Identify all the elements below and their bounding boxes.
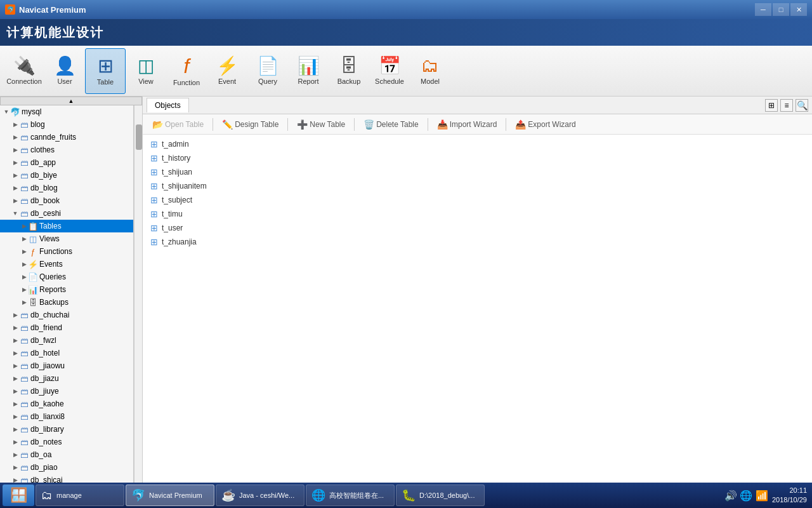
sidebar-item-db_hotel[interactable]: ▶🗃db_hotel xyxy=(0,347,133,359)
table-row[interactable]: ⊞t_timu xyxy=(143,207,812,221)
sidebar-item-db_biye[interactable]: ▶🗃db_biye xyxy=(0,169,133,182)
sidebar-scroll-up[interactable]: ▲ xyxy=(0,97,142,105)
query-icon: 📄 xyxy=(257,57,279,75)
db-icon: 🗃 xyxy=(19,119,29,130)
list-view-btn[interactable]: ≡ xyxy=(780,99,793,112)
toolbar-schedule[interactable]: 📅 Schedule xyxy=(369,48,410,94)
maximize-button[interactable]: □ xyxy=(773,3,789,16)
sidebar-item-db_blog[interactable]: ▶🗃db_blog xyxy=(0,182,133,194)
open-table-button[interactable]: 📂 Open Table xyxy=(147,117,209,132)
sidebar-item-db_jiuye[interactable]: ▶🗃db_jiuye xyxy=(0,385,133,398)
java-icon: ☕ xyxy=(221,488,235,502)
taskbar-navicat[interactable]: 🐬 Navicat Premium xyxy=(126,485,214,506)
design-table-button[interactable]: ✏️ Design Table xyxy=(216,117,284,132)
sidebar-item-db_piao[interactable]: ▶🗃db_piao xyxy=(0,461,133,474)
taskbar-debug[interactable]: 🐛 D:\2018_debug\... xyxy=(396,485,485,506)
table-row[interactable]: ⊞t_subject xyxy=(143,193,812,207)
table-row[interactable]: ⊞t_zhuanjia xyxy=(143,235,812,249)
sidebar-item-db_kaohe[interactable]: ▶🗃db_kaohe xyxy=(0,398,133,410)
table-row[interactable]: ⊞t_shijuan xyxy=(143,165,812,179)
expand-arrow: ▶ xyxy=(20,222,28,230)
debug-icon: 🐛 xyxy=(402,488,416,502)
minimize-button[interactable]: ─ xyxy=(755,3,771,16)
table-row-icon: ⊞ xyxy=(150,153,158,163)
sidebar-item-db_book[interactable]: ▶🗃db_book xyxy=(0,194,133,207)
folder-icon: 📄 xyxy=(28,272,38,282)
expand-arrow: ▶ xyxy=(11,324,19,331)
db-icon: 🗃 xyxy=(19,335,29,345)
sidebar-item-db_oa[interactable]: ▶🗃db_oa xyxy=(0,448,133,461)
toolbar-model[interactable]: 🗂 Model xyxy=(410,48,450,94)
table-row[interactable]: ⊞t_admin xyxy=(143,137,812,151)
toolbar-view[interactable]: ◫ View xyxy=(126,48,166,94)
table-row[interactable]: ⊞t_shijuanitem xyxy=(143,179,812,193)
table-row[interactable]: ⊞t_user xyxy=(143,221,812,235)
taskbar-gaokao[interactable]: 🌐 高校智能组卷在... xyxy=(306,485,395,506)
expand-arrow: ▶ xyxy=(11,451,19,458)
sidebar-item-db_notes[interactable]: ▶🗃db_notes xyxy=(0,436,133,448)
content-area: Objects ⊞ ≡ 🔍 📂 Open Table ✏️ Design Tab… xyxy=(143,97,812,492)
toolbar-query[interactable]: 📄 Query xyxy=(247,48,288,94)
toolbar-report[interactable]: 📊 Report xyxy=(288,48,329,94)
model-label: Model xyxy=(421,77,440,85)
java-label: Java - ceshi/We... xyxy=(239,491,294,499)
export-wizard-button[interactable]: 📤 Export Wizard xyxy=(509,117,581,132)
sidebar-item-db_jiazu[interactable]: ▶🗃db_jiazu xyxy=(0,372,133,385)
toolbar-event[interactable]: ⚡ Event xyxy=(207,48,247,94)
sidebar-item-clothes[interactable]: ▶🗃clothes xyxy=(0,144,133,156)
sidebar-item-db_friend[interactable]: ▶🗃db_friend xyxy=(0,321,133,334)
toolbar-connection[interactable]: 🔌 Connection xyxy=(4,48,44,94)
objects-tab[interactable]: Objects xyxy=(147,98,189,112)
tree-item-label: db_piao xyxy=(30,463,58,472)
start-button[interactable]: 🪟 xyxy=(3,485,34,506)
sidebar-item-cannde_fruits[interactable]: ▶🗃cannde_fruits xyxy=(0,131,133,144)
db-icon: 🗃 xyxy=(19,411,29,422)
grid-view-btn[interactable]: ⊞ xyxy=(765,99,778,112)
sidebar-item-db_library[interactable]: ▶🗃db_library xyxy=(0,423,133,436)
tree-item-label: mysql xyxy=(22,107,41,116)
toolbar-table[interactable]: ⊞ Table xyxy=(85,48,126,94)
main-area: ▲ ▼🐬mysql▶🗃blog▶🗃cannde_fruits▶🗃clothes▶… xyxy=(0,97,812,492)
function-label: Function xyxy=(173,79,200,86)
table-row[interactable]: ⊞t_history xyxy=(143,151,812,165)
taskbar-manage[interactable]: 🗂 manage xyxy=(36,485,124,506)
expand-arrow: ▶ xyxy=(11,375,19,382)
expand-arrow: ▶ xyxy=(20,248,28,255)
sidebar-item-views[interactable]: ▶◫Views xyxy=(0,232,133,245)
sidebar-item-reports[interactable]: ▶📊Reports xyxy=(0,283,133,296)
sidebar-item-backups[interactable]: ▶🗄Backups xyxy=(0,296,133,309)
sidebar-item-db_lianxi8[interactable]: ▶🗃db_lianxi8 xyxy=(0,410,133,423)
toolbar-function[interactable]: f Function xyxy=(166,48,207,94)
sidebar-item-db_fwzl[interactable]: ▶🗃db_fwzl xyxy=(0,334,133,347)
delete-table-button[interactable]: 🗑️ Delete Table xyxy=(358,117,424,132)
expand-arrow: ▶ xyxy=(11,184,19,192)
sidebar-item-tables[interactable]: ▶📋Tables xyxy=(0,220,133,232)
sidebar-item-mysql[interactable]: ▼🐬mysql xyxy=(0,105,133,118)
sidebar-item-blog[interactable]: ▶🗃blog xyxy=(0,118,133,131)
sidebar-item-db_app[interactable]: ▶🗃db_app xyxy=(0,156,133,169)
taskbar-java[interactable]: ☕ Java - ceshi/We... xyxy=(216,485,304,506)
open-table-icon: 📂 xyxy=(152,119,163,130)
sidebar-scrollbar[interactable] xyxy=(134,105,142,483)
table-row-name: t_zhuanjia xyxy=(162,237,197,246)
table-row-name: t_timu xyxy=(162,210,183,218)
backup-icon: 🗄 xyxy=(340,57,358,75)
tree-item-label: Reports xyxy=(39,285,66,294)
sidebar-item-events[interactable]: ▶⚡Events xyxy=(0,258,133,271)
sidebar-item-queries[interactable]: ▶📄Queries xyxy=(0,271,133,283)
expand-arrow: ▶ xyxy=(11,362,19,370)
sidebar-item-db_shicai[interactable]: ▶🗃db_shicai xyxy=(0,474,133,483)
sidebar-item-functions[interactable]: ▶ƒFunctions xyxy=(0,245,133,258)
toolbar-user[interactable]: 👤 User xyxy=(44,48,85,94)
toolbar-backup[interactable]: 🗄 Backup xyxy=(329,48,369,94)
db-icon: 🗃 xyxy=(19,462,29,472)
import-wizard-button[interactable]: 📥 Import Wizard xyxy=(431,117,503,132)
search-btn[interactable]: 🔍 xyxy=(796,99,808,112)
sidebar-item-db_jiaowu[interactable]: ▶🗃db_jiaowu xyxy=(0,359,133,372)
table-row-name: t_shijuanitem xyxy=(162,182,207,190)
close-button[interactable]: ✕ xyxy=(790,3,807,16)
table-row-name: t_shijuan xyxy=(162,168,192,177)
new-table-button[interactable]: ➕ New Table xyxy=(291,117,351,132)
sidebar-item-db_ceshi[interactable]: ▼🗃db_ceshi xyxy=(0,207,133,220)
sidebar-item-db_chuchai[interactable]: ▶🗃db_chuchai xyxy=(0,309,133,321)
